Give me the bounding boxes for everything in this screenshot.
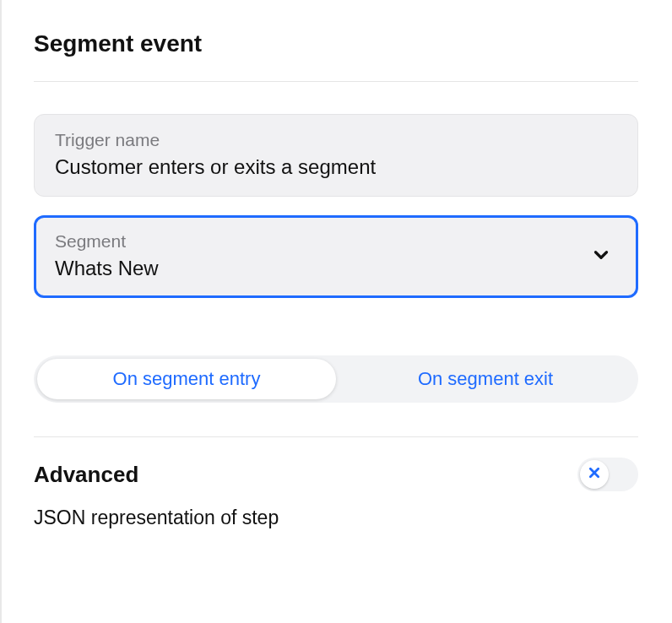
panel-title: Segment event <box>34 30 638 57</box>
advanced-header-row: Advanced <box>34 458 638 491</box>
divider-advanced <box>34 436 638 437</box>
segment-event-panel: Segment event Trigger name Customer ente… <box>0 0 672 529</box>
segment-entry-option[interactable]: On segment entry <box>37 359 336 399</box>
advanced-toggle[interactable] <box>577 458 638 491</box>
segment-select[interactable]: Segment Whats New <box>34 215 638 298</box>
trigger-name-label: Trigger name <box>55 130 617 150</box>
segment-exit-option[interactable]: On segment exit <box>336 359 635 399</box>
advanced-description: JSON representation of step <box>34 507 638 529</box>
trigger-name-field[interactable]: Trigger name Customer enters or exits a … <box>34 114 638 197</box>
trigger-name-value: Customer enters or exits a segment <box>55 155 617 179</box>
segment-select-label: Segment <box>55 231 617 252</box>
segment-select-value: Whats New <box>55 257 617 280</box>
advanced-title: Advanced <box>34 462 138 488</box>
segment-direction-toggle: On segment entry On segment exit <box>34 355 638 403</box>
chevron-down-icon <box>590 244 612 269</box>
divider-top <box>34 81 638 82</box>
panel-left-border <box>0 0 2 623</box>
advanced-toggle-knob <box>580 460 609 489</box>
close-icon <box>588 466 601 483</box>
